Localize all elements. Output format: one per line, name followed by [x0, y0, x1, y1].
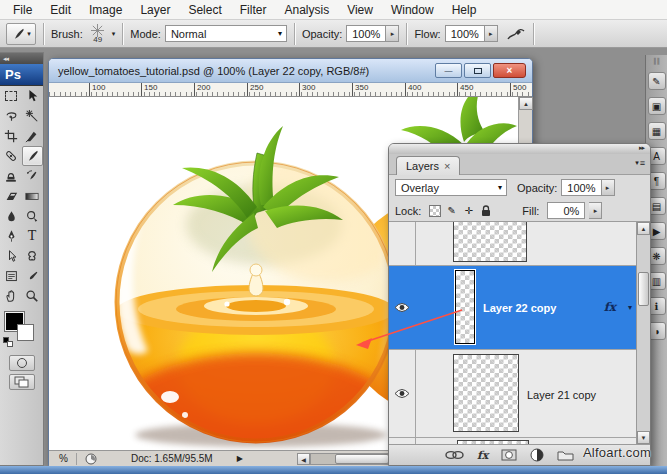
- background-color-swatch[interactable]: [17, 324, 34, 341]
- crop-tool[interactable]: [1, 126, 22, 146]
- menu-edit[interactable]: Edit: [41, 1, 80, 19]
- layer-row-selected[interactable]: Layer 22 copy fx ▾: [389, 266, 650, 350]
- layer-name[interactable]: Layer 21 copy: [527, 389, 596, 401]
- menu-view[interactable]: View: [338, 1, 382, 19]
- document-title-bar[interactable]: yellow_tomatoes_tutorial.psd @ 100% (Lay…: [49, 59, 532, 83]
- chevron-down-icon[interactable]: ▾: [112, 30, 116, 38]
- brush-tool-preset-button[interactable]: ▾: [6, 23, 36, 45]
- link-layers-icon[interactable]: [445, 450, 464, 460]
- notes-tool[interactable]: [1, 266, 22, 286]
- move-tool[interactable]: [22, 86, 43, 106]
- menu-analysis[interactable]: Analysis: [275, 1, 338, 19]
- eyedropper-tool[interactable]: [22, 266, 43, 286]
- brush-tool[interactable]: [22, 146, 43, 166]
- zoom-percent-field[interactable]: %: [59, 453, 68, 464]
- gradient-tool[interactable]: [22, 186, 43, 206]
- layer-name[interactable]: Layer 22 copy: [483, 302, 556, 314]
- scroll-down-icon[interactable]: ▼: [637, 431, 650, 444]
- opacity-input[interactable]: 100%: [346, 25, 386, 42]
- dodge-tool[interactable]: [22, 206, 43, 226]
- menu-layer[interactable]: Layer: [131, 1, 179, 19]
- fill-slider-button[interactable]: ▸: [589, 202, 602, 219]
- zoom-tool[interactable]: [22, 286, 43, 306]
- scroll-left-icon[interactable]: ◀: [297, 453, 310, 465]
- menu-select[interactable]: Select: [179, 1, 230, 19]
- eraser-tool[interactable]: [1, 186, 22, 206]
- menu-help[interactable]: Help: [443, 1, 486, 19]
- blur-tool[interactable]: [1, 206, 22, 226]
- shape-tool[interactable]: [22, 246, 43, 266]
- scroll-up-icon[interactable]: ▲: [519, 97, 533, 110]
- layer-row[interactable]: Layer 21 copy: [389, 350, 650, 438]
- collapse-right-icon[interactable]: ▸▸: [639, 144, 644, 152]
- layer-thumbnail[interactable]: [453, 222, 527, 262]
- maximize-icon: [474, 68, 482, 74]
- rectangular-marquee-tool[interactable]: [1, 86, 22, 106]
- healing-brush-tool[interactable]: [1, 146, 22, 166]
- clone-stamp-tool[interactable]: [1, 166, 22, 186]
- fx-expand-icon[interactable]: ▾: [628, 303, 632, 312]
- panel-menu-button[interactable]: ▾ ≡: [635, 158, 645, 168]
- new-group-icon[interactable]: [557, 449, 574, 461]
- adjustment-layer-icon[interactable]: [530, 448, 544, 462]
- layer-blend-mode-select[interactable]: Overlay ▾: [395, 179, 507, 196]
- brush-size-preview[interactable]: 49: [87, 24, 109, 44]
- layer-opacity-input[interactable]: 100%: [561, 179, 601, 196]
- blend-mode-select[interactable]: Normal ▾: [165, 25, 287, 42]
- close-button[interactable]: ×: [493, 63, 526, 78]
- opacity-slider-button[interactable]: ▸: [386, 25, 399, 42]
- layer-style-icon[interactable]: fx: [477, 449, 488, 462]
- history-brush-tool[interactable]: [22, 166, 43, 186]
- tab-close-icon[interactable]: ×: [444, 160, 450, 172]
- lock-position-icon[interactable]: ✛: [462, 204, 475, 217]
- maximize-button[interactable]: [464, 63, 491, 78]
- slice-tool[interactable]: [22, 126, 43, 146]
- tab-layers[interactable]: Layers ×: [396, 156, 460, 175]
- layer-mask-icon[interactable]: [501, 449, 517, 461]
- lock-transparency-icon[interactable]: [429, 205, 441, 217]
- brush-presets-icon[interactable]: ✎: [648, 72, 666, 90]
- layer-fx-badge[interactable]: fx: [604, 300, 616, 314]
- layer-thumbnail[interactable]: [453, 354, 519, 432]
- default-colors-icon[interactable]: [3, 337, 13, 347]
- clone-source-icon[interactable]: ▣: [648, 97, 666, 115]
- menu-bar: File Edit Image Layer Select Filter Anal…: [0, 0, 667, 20]
- toolbox-header[interactable]: ◂◂: [0, 53, 43, 64]
- flow-input[interactable]: 100%: [445, 25, 485, 42]
- quick-mask-button[interactable]: [9, 355, 35, 371]
- airbrush-icon[interactable]: [506, 26, 526, 42]
- path-selection-tool[interactable]: [1, 246, 22, 266]
- layers-panel-header[interactable]: ▸▸: [389, 144, 650, 154]
- fill-input[interactable]: 0%: [547, 202, 585, 219]
- flow-slider-button[interactable]: ▸: [485, 25, 498, 42]
- scroll-thumb[interactable]: [638, 272, 649, 306]
- screen-mode-button[interactable]: [9, 374, 35, 390]
- divider: [122, 23, 123, 45]
- layer-thumbnail[interactable]: [455, 270, 475, 344]
- minimize-button[interactable]: —: [435, 63, 462, 78]
- hscroll-thumb[interactable]: [335, 454, 389, 464]
- swatches-icon[interactable]: ▦: [648, 122, 666, 140]
- layer-opacity-slider-button[interactable]: ▸: [602, 179, 615, 196]
- menu-file[interactable]: File: [4, 1, 41, 19]
- layer-row-partial-top[interactable]: [389, 222, 650, 266]
- lock-paint-icon[interactable]: ✎: [445, 204, 458, 217]
- lasso-tool[interactable]: [1, 106, 22, 126]
- visibility-eye-icon[interactable]: [394, 302, 411, 314]
- pen-tool[interactable]: [1, 226, 22, 246]
- hand-tool[interactable]: [1, 286, 22, 306]
- scroll-up-icon[interactable]: ▲: [637, 222, 650, 235]
- menu-image[interactable]: Image: [80, 1, 131, 19]
- magic-wand-tool[interactable]: [22, 106, 43, 126]
- chevron-down-icon: ▾: [278, 29, 282, 38]
- visibility-eye-icon[interactable]: [394, 388, 411, 400]
- menu-window[interactable]: Window: [382, 1, 443, 19]
- layers-scrollbar[interactable]: ▲ ▼: [636, 222, 650, 444]
- type-tool[interactable]: T: [22, 226, 43, 246]
- dock-grip-icon[interactable]: ∥∥: [653, 57, 660, 65]
- doc-size-readout[interactable]: Doc: 1.65M/95.5M: [131, 453, 213, 464]
- status-flyout-icon[interactable]: ▶: [237, 454, 243, 463]
- window-controls: — ×: [435, 63, 526, 78]
- menu-filter[interactable]: Filter: [231, 1, 276, 19]
- lock-all-icon[interactable]: [479, 204, 492, 217]
